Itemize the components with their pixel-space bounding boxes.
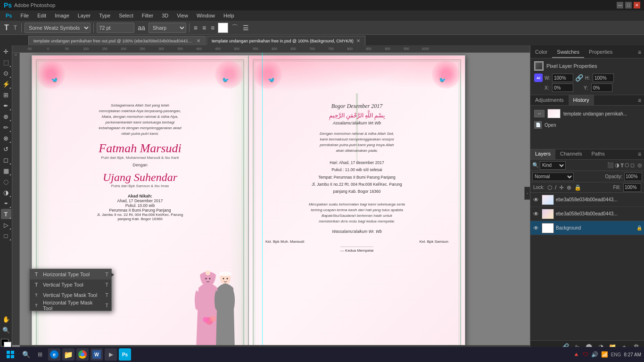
taskbar-explorer[interactable]: 📁 xyxy=(62,348,74,361)
menu-layer[interactable]: Layer xyxy=(74,12,95,19)
menu-type[interactable]: Type xyxy=(95,12,114,19)
panel-collapse-arrow[interactable]: › xyxy=(524,187,530,200)
path-selection-tool[interactable]: ▷ xyxy=(1,220,11,230)
menu-file[interactable]: File xyxy=(17,12,33,19)
adj-tab-history[interactable]: History xyxy=(569,95,594,105)
panel-menu-icon[interactable]: ≡ xyxy=(635,47,644,58)
toggle-char-panel-icon[interactable]: ☰ xyxy=(241,24,250,32)
filter-text-icon[interactable]: T xyxy=(620,163,624,168)
healing-tool[interactable]: ⊕ xyxy=(1,111,11,122)
selection-tool[interactable]: ⬚ xyxy=(1,57,11,67)
menu-select[interactable]: Select xyxy=(115,12,137,19)
layer-eye-0[interactable]: 👁 xyxy=(532,196,540,204)
filter-type-dropdown[interactable]: Kind xyxy=(540,161,566,170)
tab-out[interactable]: template undangan pernikahan free out.ps… xyxy=(28,36,206,45)
layers-tab-channels[interactable]: Channels xyxy=(555,149,586,159)
adj-panel-menu[interactable]: ≡ xyxy=(635,95,644,105)
task-view-button[interactable]: ⊞ xyxy=(34,348,46,361)
align-center-icon[interactable]: ≡ xyxy=(201,24,207,32)
lock-transparent-icon[interactable]: ⬡ xyxy=(547,184,552,191)
menu-3d[interactable]: 3D xyxy=(158,12,172,19)
layer-row-1[interactable]: 👁 ebe3a058e034b00ead0443... xyxy=(530,207,644,221)
tab-properties[interactable]: Properties xyxy=(584,47,617,58)
taskbar-windows-media[interactable]: ▶ xyxy=(105,348,117,361)
lasso-tool[interactable]: ⊙ xyxy=(1,68,11,78)
history-brush-tool[interactable]: ↺ xyxy=(1,144,11,154)
minimize-button[interactable]: — xyxy=(617,2,623,8)
pen-tool[interactable]: ✒ xyxy=(1,198,11,208)
clone-tool[interactable]: ⊗ xyxy=(1,133,11,143)
taskbar-photoshop[interactable]: Ps xyxy=(119,348,131,361)
tab-in[interactable]: template undangan pernikahan free in.psd… xyxy=(206,36,365,45)
layer-row-background[interactable]: 👁 Background 🔒 xyxy=(530,221,644,235)
lang-indicator[interactable]: ENG xyxy=(611,352,621,357)
layer-eye-bg[interactable]: 👁 xyxy=(532,224,540,232)
align-right-icon[interactable]: ≡ xyxy=(209,24,216,32)
menu-window[interactable]: Window xyxy=(193,12,219,19)
h-input[interactable] xyxy=(593,74,614,82)
font-family-dropdown[interactable]: Some Weatz Symbols xyxy=(25,23,91,33)
link-icon[interactable]: 🔗 xyxy=(575,74,583,82)
font-size-input[interactable] xyxy=(97,23,134,33)
maximize-button[interactable]: □ xyxy=(625,2,632,8)
y-input[interactable] xyxy=(591,83,612,92)
blend-mode-dropdown[interactable]: Normal xyxy=(532,173,574,181)
lock-all-icon[interactable]: 🔒 xyxy=(574,184,581,191)
menu-filter[interactable]: Filter xyxy=(138,12,157,19)
wifi-icon[interactable]: 📶 xyxy=(601,351,608,358)
move-tool[interactable]: ✛ xyxy=(1,46,11,57)
tab-out-close[interactable]: ✕ xyxy=(197,38,200,43)
network-icon[interactable]: 🔺 xyxy=(573,351,580,358)
history-item-1[interactable]: 📄 Open xyxy=(532,120,642,130)
layers-tab-paths[interactable]: Paths xyxy=(587,149,610,159)
lock-pixel-icon[interactable]: / xyxy=(555,184,556,191)
taskbar-ie[interactable]: e xyxy=(48,348,60,361)
tab-color[interactable]: Color xyxy=(530,47,552,58)
eraser-tool[interactable]: ◻ xyxy=(1,155,11,165)
w-input[interactable] xyxy=(552,74,573,82)
hand-tool[interactable]: ✋ xyxy=(1,314,11,324)
lock-position-icon[interactable]: ✛ xyxy=(559,184,564,191)
shape-tool[interactable]: □ xyxy=(1,230,11,241)
filter-adj-icon[interactable]: ◑ xyxy=(615,162,619,168)
filter-shape-icon[interactable]: ⬡ xyxy=(625,162,629,168)
canvas-inner[interactable]: 🐦 🐦 Sebagaimana Allah Swt yang telah men… xyxy=(20,53,530,345)
dodge-tool[interactable]: ◑ xyxy=(1,187,11,197)
tab-in-close[interactable]: ✕ xyxy=(356,38,360,43)
quick-select-tool[interactable]: ⚡ xyxy=(1,79,11,89)
layer-eye-1[interactable]: 👁 xyxy=(532,210,540,218)
vertical-type-mask-item[interactable]: T Vertical Type Mask Tool T xyxy=(30,290,111,300)
horizontal-type-mask-item[interactable]: T Horizontal Type Mask Tool T xyxy=(30,300,111,311)
brush-tool[interactable]: ✏ xyxy=(1,122,11,132)
warp-text-icon[interactable]: ⌒ xyxy=(230,24,239,32)
lock-artboard-icon[interactable]: ⊕ xyxy=(567,184,571,191)
anti-alias-dropdown[interactable]: Sharp xyxy=(149,23,186,33)
vertical-type-tool-item[interactable]: T Vertical Type Tool T xyxy=(30,280,111,290)
blur-tool[interactable]: ◌ xyxy=(1,176,11,187)
text-color-swatch[interactable] xyxy=(218,23,228,33)
history-item-0[interactable]: ↩ template undangan pernikah... xyxy=(532,107,642,120)
type-tool[interactable]: T xyxy=(1,209,11,219)
volume-icon[interactable]: 🔊 xyxy=(591,351,598,358)
crop-tool[interactable]: ⊞ xyxy=(1,90,11,100)
menu-view[interactable]: View xyxy=(173,12,192,19)
menu-help[interactable]: Help xyxy=(220,12,238,19)
search-taskbar[interactable]: 🔍 xyxy=(20,348,32,361)
filter-toggle[interactable]: ◎ xyxy=(637,162,642,168)
menu-ps[interactable]: Ps xyxy=(2,12,16,19)
opacity-input[interactable] xyxy=(624,173,642,181)
menu-edit[interactable]: Edit xyxy=(33,12,50,19)
filter-pixel-icon[interactable]: ⬛ xyxy=(607,162,614,168)
gradient-tool[interactable]: ▦ xyxy=(1,165,11,176)
fill-input[interactable] xyxy=(623,183,641,192)
layer-row-0[interactable]: 👁 ebe3a058e034b00ead0443... xyxy=(530,193,644,207)
align-left-icon[interactable]: ≡ xyxy=(192,24,199,32)
antivirus-icon[interactable]: 🛡 xyxy=(583,351,588,358)
filter-smartobj-icon[interactable]: ◻ xyxy=(630,162,635,168)
taskbar-word[interactable]: W xyxy=(91,348,103,361)
eyedropper-tool[interactable]: ✒ xyxy=(1,100,11,111)
x-input[interactable] xyxy=(552,83,573,92)
adj-tab-adjustments[interactable]: Adjustments xyxy=(530,95,569,105)
layers-panel-menu[interactable]: ≡ xyxy=(635,149,644,159)
close-button[interactable]: ✕ xyxy=(634,2,640,8)
